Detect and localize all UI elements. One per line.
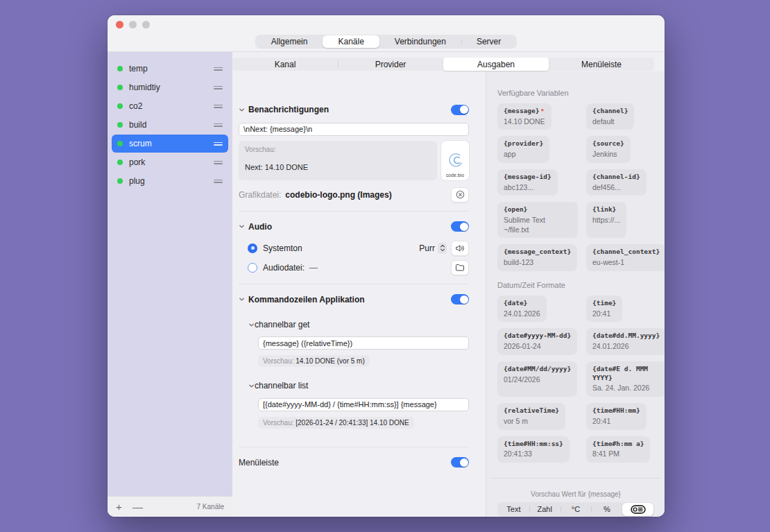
audio-section-header: Audio: [239, 220, 469, 234]
variable-chip[interactable]: {date#yyyy-MM-dd}2026-01-24: [497, 328, 577, 354]
preview-type-[interactable]: %: [591, 503, 622, 516]
variable-chip[interactable]: {source}Jenkins: [586, 136, 631, 162]
preview-type-segmented: TextZahl°C%: [497, 502, 654, 517]
sidebar-item-build[interactable]: build: [112, 116, 228, 134]
drag-handle-icon[interactable]: [214, 142, 223, 146]
variable-name: {open}: [504, 205, 572, 214]
variable-chip[interactable]: {date#dd.MM.yyyy}24.01.2026: [586, 328, 665, 354]
sidebar-item-pork[interactable]: pork: [112, 153, 228, 171]
variable-chip[interactable]: {relativeTime}vor 5 m: [497, 403, 565, 429]
channel-name: temp: [129, 64, 214, 74]
preview-value: Next: 14.10 DONE: [245, 163, 431, 171]
drag-handle-icon[interactable]: [214, 180, 223, 183]
subtab-kanal[interactable]: Kanal: [232, 58, 338, 71]
variable-chip[interactable]: {link}https://...: [586, 202, 626, 238]
menubar-section-header: Menüleiste: [239, 456, 469, 470]
chevron-down-icon[interactable]: [239, 223, 248, 230]
variable-name: {relativeTime}: [504, 406, 559, 415]
subtab-provider[interactable]: Provider: [338, 58, 443, 71]
sidebar-item-co2[interactable]: co2: [112, 97, 228, 115]
chevron-down-icon[interactable]: [248, 318, 255, 331]
remove-graphic-button[interactable]: [451, 187, 469, 203]
sidebar-item-plug[interactable]: plug: [112, 172, 228, 190]
drag-handle-icon[interactable]: [214, 123, 223, 127]
preview-type-switch[interactable]: [622, 503, 653, 516]
sidebar-item-temp[interactable]: temp: [112, 60, 228, 78]
remove-channel-button[interactable]: —: [132, 501, 149, 513]
add-channel-button[interactable]: +: [116, 501, 132, 513]
variable-chip[interactable]: {channel}default: [586, 103, 634, 130]
tab-verbindungen[interactable]: Verbindungen: [379, 35, 461, 48]
choose-audio-file-button[interactable]: [451, 260, 469, 275]
variable-example-value: https://...: [592, 216, 620, 225]
drag-handle-icon[interactable]: [214, 67, 223, 71]
chevron-down-icon[interactable]: [239, 296, 248, 302]
preview-type-zahl[interactable]: Zahl: [529, 503, 561, 516]
channel-name: co2: [129, 101, 214, 111]
variable-chip[interactable]: {message_context}build-123: [497, 244, 577, 271]
channel-count: 7 Kanäle: [197, 503, 224, 510]
status-dot-icon: [117, 122, 123, 128]
audio-file-radio[interactable]: [248, 263, 257, 273]
variable-name: {message_context}: [504, 248, 571, 257]
cli-toggle[interactable]: [451, 294, 469, 304]
variable-chip[interactable]: {provider}app: [497, 136, 549, 162]
drag-handle-icon[interactable]: [214, 105, 223, 108]
variable-example-value: vor 5 m: [504, 417, 559, 427]
sidebar-item-humidtiy[interactable]: humidtiy: [112, 78, 228, 96]
channelbar-get-title: channelbar get: [255, 320, 309, 329]
graphic-file-label: Grafikdatei:: [239, 190, 281, 200]
notification-template-input[interactable]: [239, 123, 469, 136]
notifications-title: Benachrichtigungen: [248, 105, 451, 114]
menubar-toggle[interactable]: [451, 457, 469, 467]
sound-stepper[interactable]: [438, 243, 447, 254]
chevron-down-icon[interactable]: [248, 379, 255, 392]
tab-kanäle[interactable]: Kanäle: [323, 35, 379, 48]
system-sound-radio[interactable]: [248, 243, 257, 253]
notifications-toggle[interactable]: [451, 105, 469, 115]
variable-chip[interactable]: {channel_context}eu-west-1: [586, 244, 665, 271]
subtab-ausgaben[interactable]: Ausgaben: [443, 58, 549, 71]
codebio-logo-icon: [446, 152, 464, 173]
variable-example-value: Jenkins: [592, 150, 624, 160]
preview-type-text[interactable]: Text: [498, 503, 529, 516]
channelbar-list-template-input[interactable]: [258, 398, 469, 411]
variable-chip[interactable]: {message-id}abc123...: [497, 169, 558, 196]
variable-chip[interactable]: {time#h:mm a}8:41 PM: [586, 436, 650, 463]
variable-chip[interactable]: {message} *14.10 DONE: [497, 103, 551, 130]
variable-chip[interactable]: {date}24.01.2026: [497, 295, 547, 322]
preview-label: Vorschau:: [245, 146, 431, 153]
drag-handle-icon[interactable]: [214, 86, 223, 89]
zoom-button[interactable]: [142, 21, 150, 28]
variable-chip[interactable]: {open}Sublime Text ~/file.txt: [497, 202, 578, 238]
variable-example-value: 14.10 DONE: [504, 117, 545, 127]
close-button[interactable]: [116, 21, 123, 28]
variable-example-value: 01/24/2026: [504, 375, 571, 385]
sidebar-item-scrum[interactable]: scrum: [112, 135, 228, 153]
tab-allgemein[interactable]: Allgemein: [256, 35, 323, 48]
play-sound-button[interactable]: [451, 241, 469, 256]
variable-chip[interactable]: {channel-id}def456...: [586, 169, 647, 196]
variable-chip[interactable]: {time}20:41: [586, 295, 622, 322]
variable-chip[interactable]: {time#HH:mm}20:41: [586, 403, 647, 429]
variable-example-value: 20:41: [592, 309, 616, 319]
variable-example-value: default: [592, 117, 628, 127]
notification-preview: Vorschau: Next: 14.10 DONE: [239, 141, 437, 180]
chevron-down-icon[interactable]: [239, 107, 248, 113]
settings-window: AllgemeinKanäleVerbindungenServer temphu…: [108, 15, 665, 517]
preview-type-c[interactable]: °C: [561, 503, 592, 516]
system-sound-label: Systemton: [263, 243, 419, 253]
subtab-menüleiste[interactable]: Menüleiste: [549, 58, 654, 71]
variable-chip[interactable]: {time#HH:mm:ss}20:41:33: [497, 436, 570, 463]
variable-chip[interactable]: {date#MM/dd/yyyy}01/24/2026: [497, 361, 577, 397]
drag-handle-icon[interactable]: [214, 161, 223, 164]
channelbar-get-template-input[interactable]: [258, 336, 469, 350]
variable-chip[interactable]: {date#E d. MMM YYYY}Sa. 24. Jan. 2026: [586, 361, 665, 397]
audio-toggle[interactable]: [451, 221, 469, 232]
minimize-button[interactable]: [129, 21, 137, 28]
status-dot-icon: [117, 160, 123, 165]
graphic-file-value: codebio-logo.png (Images): [285, 190, 451, 200]
menubar-title: Menüleiste: [239, 458, 451, 467]
channelbar-list-preview: Vorschau: [2026-01-24 / 20:41:33] 14.10 …: [258, 417, 414, 429]
tab-server[interactable]: Server: [461, 35, 516, 48]
